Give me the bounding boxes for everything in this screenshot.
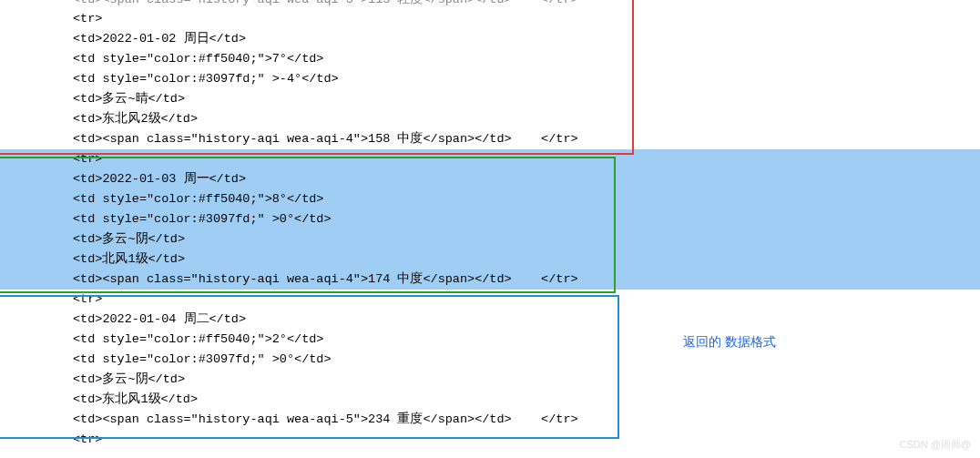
code-line[interactable]: <td style="color:#ff5040;">2°</td> [73, 330, 980, 350]
code-line[interactable]: <td style="color:#3097fd;" >0°</td> [0, 209, 980, 229]
code-line[interactable]: <td>多云~阴</td> [73, 370, 980, 390]
code-line[interactable]: <tr> [73, 9, 980, 29]
code-line[interactable]: <td style="color:#3097fd;" >-4°</td> [73, 69, 980, 89]
code-line[interactable]: <td>2022-01-04 周二</td> [73, 310, 980, 330]
code-line[interactable]: <td><span class="history-aqi wea-aqi-5">… [73, 410, 980, 430]
code-line[interactable]: <td>北风1级</td> [0, 249, 980, 270]
code-line[interactable]: <td style="color:#3097fd;" >0°</td> [73, 350, 980, 370]
code-line[interactable]: <td>东北风2级</td> [73, 109, 980, 129]
code-line[interactable]: <tr> [73, 290, 980, 310]
code-line[interactable]: <td>2022-01-03 周一</td> [0, 169, 980, 189]
code-line[interactable]: <td><span class="history-aqi wea-aqi-3">… [73, 0, 980, 9]
code-line[interactable]: <td style="color:#ff5040;">8°</td> [0, 189, 980, 209]
code-line[interactable]: <tr> [73, 430, 980, 450]
watermark: CSDN @雨师@ [899, 434, 971, 454]
code-line[interactable]: <td>多云~晴</td> [73, 89, 980, 109]
code-area: <td><span class="history-aqi wea-aqi-3">… [0, 0, 980, 450]
code-line[interactable]: <td>东北风1级</td> [73, 390, 980, 410]
code-line[interactable]: <tr> [0, 149, 980, 169]
code-line[interactable]: <td>多云~阴</td> [0, 229, 980, 249]
code-line[interactable]: <td><span class="history-aqi wea-aqi-4">… [0, 270, 980, 290]
code-line[interactable]: <td>2022-01-02 周日</td> [73, 29, 980, 49]
code-line[interactable]: <td><span class="history-aqi wea-aqi-4">… [73, 129, 980, 149]
annotation-label: 返回的 数据格式 [683, 331, 776, 351]
code-line[interactable]: <td style="color:#ff5040;">7°</td> [73, 49, 980, 69]
